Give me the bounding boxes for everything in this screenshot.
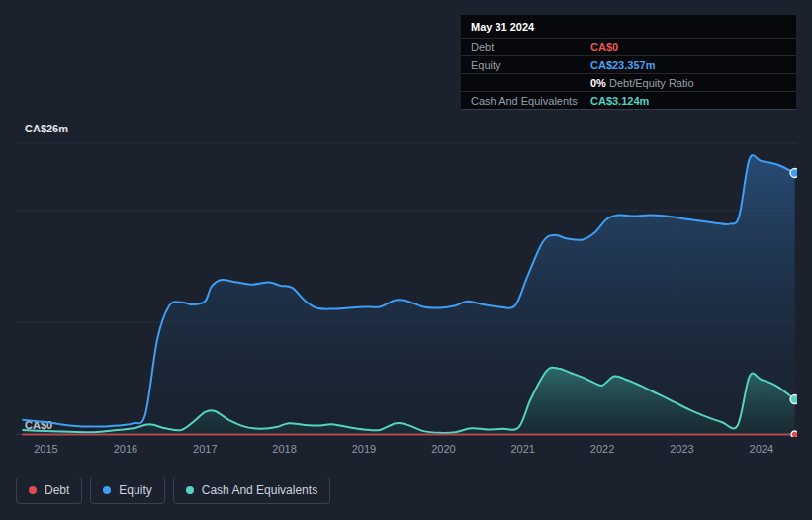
- x-tick-label: 2018: [263, 443, 307, 455]
- chart-tooltip: May 31 2024 Debt CA$0 Equity CA$23.357m …: [461, 15, 796, 110]
- tooltip-debt-row: Debt CA$0: [461, 38, 796, 55]
- x-tick-label: 2019: [342, 443, 386, 455]
- tooltip-cash-row: Cash And Equivalents CA$3.124m: [461, 91, 796, 109]
- tooltip-cash-label: Cash And Equivalents: [471, 95, 590, 107]
- legend-item-cash[interactable]: Cash And Equivalents: [173, 477, 330, 504]
- equity-dot-icon: [103, 486, 111, 494]
- chart-legend: Debt Equity Cash And Equivalents: [16, 477, 330, 504]
- tooltip-cash-value: CA$3.124m: [590, 95, 786, 107]
- x-tick-label: 2021: [501, 443, 545, 455]
- x-tick-label: 2017: [183, 443, 226, 455]
- debt-dot-icon: [29, 486, 37, 494]
- cash-dot-icon: [186, 486, 194, 494]
- chart-svg: [16, 140, 797, 437]
- debt-equity-history-page: CA$26m CA$0 2015201620172018201920202021…: [0, 0, 812, 520]
- legend-item-debt[interactable]: Debt: [16, 477, 82, 504]
- y-axis-max-label: CA$26m: [25, 123, 68, 134]
- tooltip-debt-label: Debt: [471, 42, 590, 53]
- tooltip-equity-label: Equity: [471, 59, 590, 71]
- legend-equity-label: Equity: [119, 483, 151, 497]
- tooltip-date: May 31 2024: [461, 15, 796, 38]
- legend-debt-label: Debt: [45, 483, 69, 497]
- tooltip-ratio-label: Debt/Equity Ratio: [609, 77, 694, 89]
- x-axis-labels: 2015201620172018201920202021202220232024: [16, 443, 797, 459]
- x-tick-label: 2024: [740, 443, 783, 455]
- tooltip-equity-row: Equity CA$23.357m: [461, 55, 796, 73]
- tooltip-equity-value: CA$23.357m: [590, 59, 786, 71]
- tooltip-ratio-row: 0% Debt/Equity Ratio: [461, 73, 796, 91]
- tooltip-debt-value: CA$0: [590, 42, 786, 53]
- legend-item-equity[interactable]: Equity: [90, 477, 164, 504]
- x-tick-label: 2020: [421, 443, 465, 455]
- tooltip-ratio-value: 0%: [590, 77, 606, 89]
- legend-cash-label: Cash And Equivalents: [202, 483, 317, 497]
- x-tick-label: 2015: [25, 443, 68, 455]
- x-tick-label: 2016: [104, 443, 147, 455]
- x-tick-label: 2023: [661, 443, 704, 455]
- x-tick-label: 2022: [581, 443, 624, 455]
- debt-equity-chart[interactable]: [16, 140, 797, 437]
